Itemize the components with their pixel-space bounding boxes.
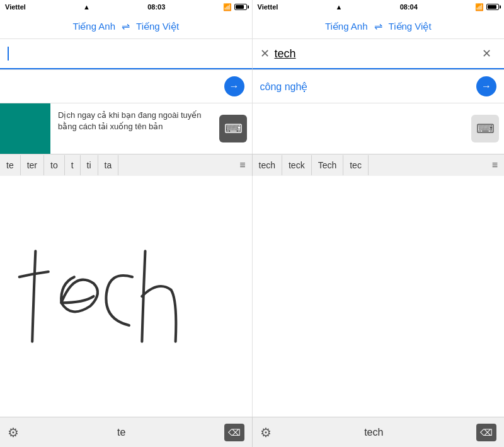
right-wifi-icon: ▲ xyxy=(336,3,343,11)
left-input-row[interactable] xyxy=(0,39,252,69)
right-clear-button[interactable]: ✕ xyxy=(260,47,270,61)
right-time: 08:04 xyxy=(400,3,418,11)
right-lang-from[interactable]: Tiếng Anh xyxy=(325,21,368,32)
right-delete-icon: ⌫ xyxy=(480,427,493,438)
left-battery xyxy=(234,4,247,10)
language-bars: Tiếng Anh ⇌ Tiếng Việt Tiếng Anh ⇌ Tiếng… xyxy=(0,14,504,39)
right-suggestion-0[interactable]: tech xyxy=(253,155,282,175)
right-lang-bar[interactable]: Tiếng Anh ⇌ Tiếng Việt xyxy=(252,14,505,38)
left-suggestion-1[interactable]: ter xyxy=(21,155,44,175)
left-translation-row: → xyxy=(0,70,252,103)
left-suggestion-3[interactable]: t xyxy=(65,155,81,175)
right-status-bar: Viettel ▲ 08:04 📶 xyxy=(252,0,505,14)
right-input-text[interactable]: tech xyxy=(275,47,483,61)
left-swap-icon[interactable]: ⇌ xyxy=(122,20,130,32)
left-drawing-area[interactable] xyxy=(0,176,252,417)
left-status-bar: Viettel ▲ 08:03 📶 xyxy=(0,0,252,14)
right-battery xyxy=(486,4,499,10)
right-swap-icon[interactable]: ⇌ xyxy=(374,20,382,32)
translation-rows: → công nghệ → xyxy=(0,70,504,103)
right-suggestions-row: tech teck Tech tec ≡ xyxy=(252,154,505,176)
offline-left-panel: Dịch ngay cả khi bạn đang ngoài tuyến bằ… xyxy=(0,103,252,154)
right-bottom-toolbar: ⚙ tech ⌫ xyxy=(252,417,505,447)
right-status-right: 📶 xyxy=(475,3,499,11)
offline-text: Dịch ngay cả khi bạn đang ngoài tuyến bằ… xyxy=(50,103,214,154)
left-cursor xyxy=(8,47,9,61)
right-translation-row: công nghệ → xyxy=(252,70,505,103)
right-carrier: Viettel xyxy=(258,3,278,11)
left-lang-to[interactable]: Tiếng Việt xyxy=(136,21,179,32)
suggestions-rows: te ter to t ti ta ≡ tech teck Tech tec ≡ xyxy=(0,154,504,176)
right-translation-text: công nghệ xyxy=(260,81,477,93)
right-clear-right-button[interactable]: ✕ xyxy=(482,47,491,61)
keyboard-glyph: ⌨ xyxy=(224,121,243,136)
right-gear-icon[interactable]: ⚙ xyxy=(260,425,272,440)
status-bars: Viettel ▲ 08:03 📶 Viettel ▲ 08:04 📶 xyxy=(0,0,504,14)
right-drawing-area[interactable] xyxy=(252,176,505,417)
input-rows: ✕ tech ✕ xyxy=(0,39,504,70)
offline-right-panel[interactable]: ⌨ xyxy=(252,103,504,154)
left-handwriting-svg xyxy=(0,176,252,417)
left-bottom-toolbar: ⚙ te ⌫ xyxy=(0,417,252,447)
right-suggestion-2[interactable]: Tech xyxy=(312,155,344,175)
left-gear-icon[interactable]: ⚙ xyxy=(8,425,19,440)
left-translate-button[interactable]: → xyxy=(224,76,244,96)
offline-banner: Dịch ngay cả khi bạn đang ngoài tuyến bằ… xyxy=(0,103,504,154)
right-delete-button[interactable]: ⌫ xyxy=(476,424,496,441)
left-suggestion-2[interactable]: to xyxy=(44,155,65,175)
left-sim-icon: 📶 xyxy=(223,3,232,11)
left-bottom-word: te xyxy=(117,427,125,438)
left-lang-from[interactable]: Tiếng Anh xyxy=(72,21,115,32)
left-suggestions-row: te ter to t ti ta ≡ xyxy=(0,154,252,176)
right-lang-to[interactable]: Tiếng Việt xyxy=(389,21,432,32)
left-status-right: 📶 xyxy=(223,3,247,11)
keyboard-icon: ⌨ xyxy=(219,115,247,142)
left-delete-button[interactable]: ⌫ xyxy=(224,424,244,441)
left-carrier: Viettel xyxy=(5,3,26,11)
left-suggestion-0[interactable]: te xyxy=(0,155,21,175)
offline-teal-image xyxy=(0,103,50,154)
right-suggestions-menu[interactable]: ≡ xyxy=(486,154,504,176)
right-suggestion-1[interactable]: teck xyxy=(282,155,312,175)
left-time: 08:03 xyxy=(147,3,165,11)
right-bottom-word: tech xyxy=(364,427,383,438)
right-sim-icon: 📶 xyxy=(475,3,484,11)
right-input-row[interactable]: ✕ tech ✕ xyxy=(252,39,505,69)
keyboard-right-glyph: ⌨ xyxy=(476,121,495,136)
right-suggestion-3[interactable]: tec xyxy=(343,155,369,175)
left-wifi-icon: ▲ xyxy=(83,3,90,11)
left-suggestion-5[interactable]: ta xyxy=(98,155,119,175)
right-translate-button[interactable]: → xyxy=(476,76,496,96)
left-delete-icon: ⌫ xyxy=(228,427,241,438)
left-suggestions-menu[interactable]: ≡ xyxy=(233,154,251,176)
keyboard-right-icon[interactable]: ⌨ xyxy=(471,115,499,142)
bottom-toolbars: ⚙ te ⌫ ⚙ tech ⌫ xyxy=(0,417,504,447)
left-suggestion-4[interactable]: ti xyxy=(81,155,98,175)
left-lang-bar[interactable]: Tiếng Anh ⇌ Tiếng Việt xyxy=(0,14,252,38)
drawing-areas xyxy=(0,176,504,417)
